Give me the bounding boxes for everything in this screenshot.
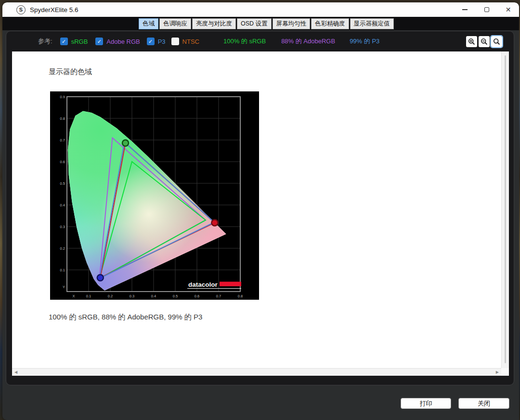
tab-bar: 色域色调响应亮度与对比度OSD 设置屏幕均匀性色彩精确度显示器额定值	[2, 17, 519, 30]
vertical-scrollbar[interactable]	[501, 51, 509, 368]
reference-label: 参考:	[38, 37, 52, 46]
horizontal-scrollbar[interactable]: ◀ ▶	[12, 368, 501, 376]
zoom-reset-icon	[493, 38, 500, 45]
print-button[interactable]: 打印	[401, 398, 451, 409]
gamut-summary: 99% 的 P3	[350, 37, 379, 46]
zoom-reset-button[interactable]	[491, 36, 502, 47]
svg-text:0.2: 0.2	[60, 246, 65, 251]
tab-亮度与对比度[interactable]: 亮度与对比度	[192, 18, 236, 29]
svg-text:0.8: 0.8	[60, 116, 65, 121]
svg-text:0.3: 0.3	[60, 225, 65, 229]
zoom-in-icon	[468, 38, 475, 45]
svg-text:0.1: 0.1	[60, 268, 65, 272]
svg-text:0.8: 0.8	[238, 294, 243, 298]
svg-text:0.6: 0.6	[60, 160, 65, 164]
svg-text:0.4: 0.4	[60, 203, 65, 207]
tab-色域[interactable]: 色域	[139, 18, 158, 29]
svg-text:0.6: 0.6	[195, 294, 199, 298]
svg-text:datacolor: datacolor	[188, 281, 218, 288]
app-window: S SpyderXElite 5.6 ✕ 色域色调响应亮度与对比度OSD 设置屏…	[2, 2, 519, 420]
reference-item-NTSC: NTSC	[171, 38, 199, 45]
reference-item-Adobe RGB: ✓Adobe RGB	[95, 38, 140, 45]
tab-屏幕均匀性[interactable]: 屏幕均匀性	[273, 18, 311, 29]
minimize-button[interactable]	[454, 2, 476, 17]
svg-text:0.7: 0.7	[60, 138, 65, 142]
svg-text:X: X	[72, 294, 75, 298]
zoom-out-icon	[481, 38, 488, 45]
gamut-result-caption: 100% 的 sRGB, 88% 的 AdobeRGB, 99% 的 P3	[49, 313, 202, 322]
reference-item-P3: ✓P3	[147, 38, 166, 45]
svg-text:Y: Y	[63, 285, 65, 289]
cie-chromaticity-chart: 0.10.20.30.40.50.60.70.80.9YX0.10.20.30.…	[50, 91, 259, 300]
checkbox-sRGB[interactable]: ✓	[60, 38, 68, 45]
gamut-page-panel: 参考: ✓sRGB✓Adobe RGB✓P3NTSC 100% 的 sRGB88…	[6, 31, 514, 385]
close-button[interactable]: ✕	[497, 2, 519, 17]
title-bar: S SpyderXElite 5.6 ✕	[2, 2, 519, 17]
window-controls: ✕	[454, 2, 519, 17]
checkbox-label-Adobe RGB: Adobe RGB	[106, 38, 140, 45]
scrollbar-corner	[501, 368, 509, 376]
zoom-out-button[interactable]	[479, 36, 490, 47]
svg-text:0.1: 0.1	[86, 294, 91, 298]
svg-text:0.5: 0.5	[60, 181, 65, 186]
svg-text:0.9: 0.9	[60, 95, 65, 99]
reference-toolbar: 参考: ✓sRGB✓Adobe RGB✓P3NTSC 100% 的 sRGB88…	[6, 31, 514, 51]
app-logo-icon: S	[16, 5, 26, 14]
checkbox-NTSC[interactable]	[171, 38, 179, 45]
scroll-left-icon[interactable]: ◀	[12, 370, 20, 374]
minimize-icon	[462, 9, 468, 10]
vertical-scrollbar-thumb[interactable]	[505, 55, 506, 363]
svg-text:0.2: 0.2	[108, 294, 113, 298]
checkbox-label-sRGB: sRGB	[71, 38, 88, 45]
chart-heading: 显示器的色域	[49, 67, 92, 76]
tab-色调响应[interactable]: 色调响应	[159, 18, 191, 29]
zoom-controls	[466, 36, 502, 47]
maximize-icon	[484, 7, 489, 12]
scroll-right-icon[interactable]: ▶	[494, 370, 501, 374]
svg-text:0.5: 0.5	[173, 294, 178, 298]
tab-OSD 设置[interactable]: OSD 设置	[237, 18, 272, 29]
tab-显示器额定值[interactable]: 显示器额定值	[350, 18, 394, 29]
checkbox-P3[interactable]: ✓	[147, 38, 155, 45]
tab-色彩精确度[interactable]: 色彩精确度	[311, 18, 349, 29]
svg-text:0.3: 0.3	[130, 294, 134, 298]
zoom-in-button[interactable]	[466, 36, 477, 47]
svg-text:0.4: 0.4	[151, 294, 156, 298]
checkbox-label-P3: P3	[158, 38, 166, 45]
close-dialog-button[interactable]: 关闭	[458, 398, 509, 409]
window-title: SpyderXElite 5.6	[30, 6, 78, 13]
reference-item-sRGB: ✓sRGB	[60, 38, 88, 45]
gamut-summary: 88% 的 AdobeRGB	[281, 37, 335, 46]
maximize-button[interactable]	[476, 2, 497, 17]
svg-text:0.7: 0.7	[216, 294, 221, 298]
close-icon: ✕	[506, 6, 511, 13]
checkbox-Adobe RGB[interactable]: ✓	[95, 38, 103, 45]
checkbox-label-NTSC: NTSC	[182, 38, 199, 45]
gamut-summary: 100% 的 sRGB	[223, 37, 266, 46]
report-content-area: 显示器的色域 0.10.20.30.40.50.60.70.80.9YX0.10…	[12, 51, 509, 376]
